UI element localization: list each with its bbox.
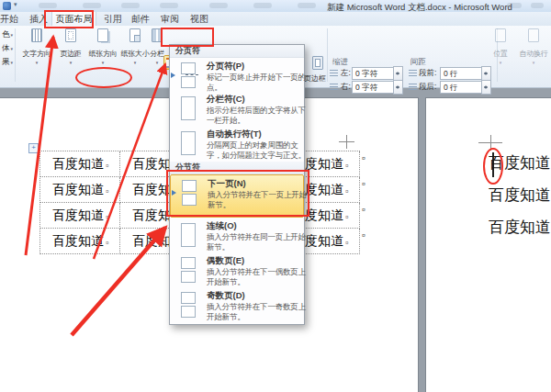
- indent-label: 缩进: [332, 57, 348, 68]
- margin-crop-mark: [346, 135, 347, 149]
- text-direction-button[interactable]: 文字方向▾: [17, 28, 57, 65]
- space-before-spinner[interactable]: [481, 66, 491, 81]
- document-page-2[interactable]: 百度知道 百度知道 百度知道: [425, 98, 551, 392]
- row-end-mark: ¤: [362, 207, 365, 213]
- cell-end-mark: ¤: [345, 214, 349, 221]
- menu-item-continuous[interactable]: 连续(O) 插入分节符并在同一页上开始 新节。: [170, 218, 304, 252]
- tab-review[interactable]: 审阅: [157, 12, 183, 26]
- wrap-text-icon: [528, 28, 539, 42]
- redacted-blob: [83, 3, 101, 8]
- cell-text: 百度知道: [52, 183, 104, 196]
- margin-crop-mark: [490, 135, 491, 151]
- continuous-break-icon: [178, 222, 200, 250]
- text-direction-icon: [31, 28, 42, 42]
- tab-references[interactable]: 引用: [100, 12, 126, 26]
- page-borders-label[interactable]: 页边框: [304, 73, 326, 84]
- table-cell[interactable]: 百度知道¤: [40, 203, 120, 229]
- space-after-label: 段后:: [419, 82, 436, 93]
- space-after-spinner[interactable]: [481, 80, 491, 95]
- indent-left-label: 左:: [341, 68, 351, 79]
- cell-end-mark: ¤: [345, 188, 349, 196]
- paper-size-button[interactable]: 纸张大小▾: [119, 28, 151, 65]
- indent-right-icon: [330, 84, 338, 91]
- tab-view[interactable]: 视图: [186, 12, 212, 26]
- margins-button[interactable]: 页边距▾: [57, 28, 84, 65]
- tab-page-layout[interactable]: 页面布局: [51, 12, 96, 26]
- menu-section-header-section-breaks: 分节符: [170, 162, 304, 174]
- cell-end-mark: ¤: [106, 240, 109, 247]
- redacted-blob: [298, 3, 316, 8]
- redacted-blob: [209, 3, 228, 8]
- themes-effects-partial[interactable]: 果▾: [0, 57, 13, 68]
- space-after-input[interactable]: 0 行: [440, 81, 484, 94]
- cell-text: 百度知道: [52, 208, 104, 222]
- paper-size-icon: [129, 28, 141, 42]
- tab-mailings[interactable]: 邮件: [128, 12, 153, 26]
- row-end-mark: ¤: [362, 155, 365, 162]
- title-bar: ▾ 新建 Microsoft Word 文档.docx - Microsoft …: [0, 0, 551, 13]
- menu-item-next-page[interactable]: 下一页(N) 插入分节符并在下一页上开始 新节。: [170, 174, 304, 218]
- indent-right-label: 右:: [341, 82, 351, 93]
- indent-right-spinner[interactable]: [393, 80, 403, 95]
- page-break-icon: [178, 62, 200, 90]
- space-after-icon: [409, 84, 417, 91]
- quick-access-icon[interactable]: [3, 2, 11, 10]
- text-line[interactable]: 百度知道: [450, 185, 551, 217]
- cell-end-mark: ¤: [106, 162, 109, 170]
- table-cell[interactable]: 百度知道¤: [40, 229, 120, 254]
- tab-home[interactable]: 开始: [0, 12, 22, 26]
- cell-end-mark: ¤: [345, 162, 349, 170]
- text-line[interactable]: 百度知道: [450, 152, 551, 185]
- text-line[interactable]: 百度知道: [450, 217, 551, 249]
- table-cell[interactable]: 百度知道¤: [40, 177, 120, 203]
- menu-item-text-wrapping-break[interactable]: 自动换行符(T) 分隔网页上的对象周围的文 字，如分隔题注文字与正文。: [170, 126, 304, 162]
- even-page-break-icon: [178, 257, 200, 285]
- columns-icon: [152, 28, 163, 42]
- space-before-input[interactable]: 0 行: [440, 67, 484, 80]
- table-cell[interactable]: 百度知道¤: [40, 151, 120, 177]
- orientation-button[interactable]: 纸张方向▾: [84, 28, 121, 65]
- redacted-blob: [121, 3, 140, 8]
- cell-end-mark: ¤: [106, 214, 109, 221]
- indent-right-input[interactable]: 0 字符: [352, 81, 396, 94]
- themes-fonts-partial[interactable]: 体▾: [0, 43, 13, 54]
- indent-left-spinner[interactable]: [393, 66, 403, 81]
- odd-page-break-icon: [178, 292, 200, 319]
- wrap-text-button[interactable]: 自动换行▾: [516, 28, 551, 65]
- page2-text[interactable]: 百度知道 百度知道 百度知道: [450, 152, 551, 249]
- quick-access-dropdown-icon[interactable]: ▾: [14, 1, 17, 8]
- cell-text: 百度知道: [52, 157, 104, 171]
- themes-colors-partial[interactable]: 色▾: [0, 29, 13, 40]
- redacted-blob: [531, 3, 544, 8]
- menu-item-even-page[interactable]: 偶数页(E) 插入分节符并在下一偶数页上 开始新节。: [170, 252, 304, 287]
- column-break-icon: [178, 95, 200, 123]
- next-page-break-icon: [179, 180, 201, 207]
- orientation-icon: [97, 28, 108, 42]
- row-end-mark: ¤: [362, 232, 365, 239]
- table-move-handle[interactable]: +: [28, 143, 39, 153]
- word-window: ▾ 新建 Microsoft Word 文档.docx - Microsoft …: [0, 0, 551, 392]
- menu-section-header-page-breaks: 分页符: [170, 45, 304, 58]
- cell-end-mark: ¤: [106, 188, 109, 196]
- cell-end-mark: ¤: [345, 240, 349, 247]
- space-before-label: 段前:: [419, 68, 436, 79]
- menu-item-odd-page[interactable]: 奇数页(D) 插入分节符并在下一奇数页上 开始新节。: [170, 287, 304, 324]
- position-icon: [495, 28, 506, 42]
- breaks-dropdown-menu: 分页符 分页符(P) 标记一页终止并开始下一页的 点。 分栏符(C) 指示分栏符…: [169, 44, 305, 325]
- spacing-label: 间距: [410, 57, 426, 68]
- indent-left-icon: [330, 70, 338, 77]
- indent-left-input[interactable]: 0 字符: [352, 67, 396, 80]
- cell-text: 百度知道: [52, 234, 104, 248]
- row-end-mark: ¤: [362, 181, 365, 187]
- tab-insert[interactable]: 插入: [26, 12, 51, 26]
- ribbon-tab-row: 开始 插入 页面布局 引用 邮件 审阅 视图: [0, 12, 551, 27]
- text-wrapping-break-icon: [178, 130, 200, 158]
- page-borders-icon[interactable]: [312, 56, 323, 70]
- position-button[interactable]: 位置▾: [490, 28, 511, 65]
- menu-item-column-break[interactable]: 分栏符(C) 指示分栏符后面的文字将从下 一栏开始。: [170, 91, 304, 126]
- menu-item-page-break[interactable]: 分页符(P) 标记一页终止并开始下一页的 点。: [170, 58, 304, 91]
- space-before-icon: [409, 70, 417, 77]
- redacted-blob: [160, 3, 178, 8]
- margins-icon: [65, 28, 76, 42]
- redacted-blob: [39, 3, 57, 8]
